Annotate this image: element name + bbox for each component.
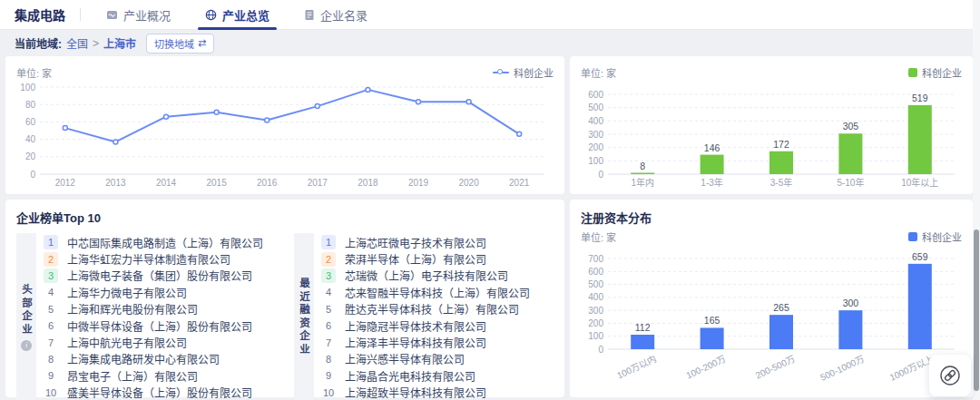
svg-text:8: 8 [640, 161, 645, 171]
tab-company-directory[interactable]: 企业名录 [297, 0, 375, 30]
svg-text:305: 305 [843, 121, 859, 132]
svg-text:2018: 2018 [358, 178, 378, 188]
rank-badge: 3 [44, 268, 58, 283]
location-root-link[interactable]: 全国 [66, 35, 88, 51]
rank-badge: 9 [321, 368, 336, 383]
top-navbar: 集成电路 产业概况 产业总览 企业名录 [0, 0, 980, 30]
rank-badge: 7 [321, 336, 336, 350]
tab-industry-profile[interactable]: 产业概况 [99, 0, 178, 30]
scrollbar-thumb[interactable] [974, 229, 979, 391]
rank-badge: 5 [321, 302, 336, 317]
list-item[interactable]: 4上海华力微电子有限公司 [36, 284, 276, 300]
age-legend[interactable]: 科创企业 [908, 65, 962, 80]
company-name[interactable]: 荣湃半导体（上海）有限公司 [345, 251, 486, 267]
rank-badge: 10 [321, 385, 336, 400]
rank-badge: 6 [44, 318, 58, 333]
svg-text:100-200万: 100-200万 [684, 354, 727, 381]
chart-monitor-icon [106, 9, 118, 21]
yearly-trend-panel: 单位: 家 科创企业 02040608010020122013201420152… [5, 56, 564, 194]
svg-text:1年内: 1年内 [631, 177, 654, 188]
unit-label: 单位: 家 [16, 65, 52, 80]
svg-text:100: 100 [588, 331, 603, 341]
company-name[interactable]: 上海和辉光电股份有限公司 [67, 301, 198, 317]
list-item[interactable]: 10盛美半导体设备（上海）股份有限公司 [36, 385, 276, 400]
list-item[interactable]: 1上海芯旺微电子技术有限公司 [314, 234, 554, 250]
company-name[interactable]: 中芯国际集成电路制造（上海）有限公司 [67, 235, 263, 250]
registered-capital-panel: 注册资本分布 单位: 家 科创企业 0100200300400500600700… [570, 200, 973, 397]
list-item[interactable]: 3上海微电子装备（集团）股份有限公司 [36, 268, 276, 284]
company-name[interactable]: 上海集成电路研发中心有限公司 [67, 351, 220, 366]
svg-text:10年以上: 10年以上 [901, 177, 938, 188]
svg-text:112: 112 [635, 322, 651, 333]
company-name[interactable]: 上海微电子装备（集团）股份有限公司 [67, 268, 252, 283]
list-item[interactable]: 10上海超致半导体科技有限公司 [314, 385, 554, 400]
rank-badge: 8 [44, 352, 58, 366]
capital-legend[interactable]: 科创企业 [908, 229, 962, 244]
list-item[interactable]: 6中微半导体设备（上海）股份有限公司 [36, 317, 276, 334]
list-item[interactable]: 6上海隐冠半导体技术有限公司 [314, 317, 554, 334]
company-name[interactable]: 中微半导体设备（上海）股份有限公司 [67, 318, 252, 334]
list-item[interactable]: 5胜达克半导体科技（上海）有限公司 [314, 301, 554, 317]
company-name[interactable]: 芯瑞微（上海）电子科技有限公司 [345, 268, 508, 283]
switch-region-button[interactable]: 切换地域 ⇄ [146, 34, 214, 54]
directory-icon [304, 9, 315, 21]
list-item[interactable]: 9昂宝电子（上海）有限公司 [36, 367, 276, 384]
company-name[interactable]: 上海芯旺微电子技术有限公司 [345, 235, 486, 250]
list-item[interactable]: 1中芯国际集成电路制造（上海）有限公司 [36, 234, 276, 250]
list-item[interactable]: 4芯来智融半导体科技（上海）有限公司 [314, 284, 554, 300]
company-name[interactable]: 胜达克半导体科技（上海）有限公司 [345, 301, 519, 317]
list-item[interactable]: 3芯瑞微（上海）电子科技有限公司 [314, 268, 554, 284]
side-label: 头部企业 [19, 284, 34, 337]
rank-badge: 2 [44, 252, 58, 267]
list-item[interactable]: 5上海和辉光电股份有限公司 [36, 301, 276, 317]
company-name[interactable]: 上海隐冠半导体技术有限公司 [345, 318, 486, 334]
company-name[interactable]: 上海泽丰半导体科技有限公司 [345, 335, 486, 350]
panel-title: 企业榜单Top 10 [16, 209, 554, 226]
list-item[interactable]: 7上海中航光电子有限公司 [36, 334, 276, 350]
company-name[interactable]: 上海华虹宏力半导体制造有限公司 [67, 251, 230, 267]
top-companies-list: 头部企业 i 1中芯国际集成电路制造（上海）有限公司2上海华虹宏力半导体制造有限… [16, 233, 276, 400]
brand-title: 集成电路 [15, 5, 65, 24]
tab-label: 企业名录 [320, 6, 368, 24]
svg-text:2013: 2013 [105, 178, 126, 188]
company-name[interactable]: 上海中航光电子有限公司 [67, 335, 187, 350]
svg-text:3-5年: 3-5年 [770, 177, 792, 188]
svg-text:500: 500 [588, 279, 603, 289]
rank-badge: 1 [44, 235, 58, 249]
list-item[interactable]: 2荣湃半导体（上海）有限公司 [314, 250, 554, 267]
svg-text:659: 659 [912, 251, 928, 262]
location-label: 当前地域: [15, 35, 62, 51]
company-name[interactable]: 盛美半导体设备（上海）股份有限公司 [67, 385, 252, 400]
nav-divider [80, 8, 81, 21]
tab-label: 产业概况 [123, 6, 171, 24]
line-legend[interactable]: 科创企业 [493, 65, 554, 80]
rank-badge: 8 [321, 352, 336, 366]
svg-text:1-3年: 1-3年 [701, 177, 722, 188]
establishment-age-panel: 单位: 家 科创企业 010020030040050060081年内1461-3… [570, 56, 973, 194]
list-item[interactable]: 8上海兴感半导体有限公司 [314, 351, 554, 367]
svg-text:100: 100 [588, 156, 603, 166]
svg-text:300: 300 [588, 306, 603, 316]
list-item[interactable]: 8上海集成电路研发中心有限公司 [36, 351, 276, 367]
info-icon[interactable]: i [21, 340, 32, 351]
link-icon [939, 365, 961, 386]
legend-label: 科创企业 [922, 65, 962, 80]
line-legend-marker [493, 68, 509, 77]
unit-label: 单位: 家 [581, 65, 616, 80]
company-name[interactable]: 上海兴感半导体有限公司 [345, 351, 465, 366]
tab-label: 产业总览 [222, 6, 270, 24]
svg-text:500-1000万: 500-1000万 [818, 354, 866, 383]
list-item[interactable]: 9上海晶合光电科技有限公司 [314, 367, 554, 384]
svg-text:146: 146 [704, 142, 720, 153]
list-item[interactable]: 7上海泽丰半导体科技有限公司 [314, 334, 554, 350]
svg-text:0: 0 [598, 345, 603, 355]
company-name[interactable]: 芯来智融半导体科技（上海）有限公司 [345, 285, 530, 300]
company-name[interactable]: 上海晶合光电科技有限公司 [345, 368, 475, 384]
company-name[interactable]: 上海华力微电子有限公司 [67, 285, 187, 300]
establishment-age-bar-chart: 010020030040050060081年内1461-3年1723-5年305… [581, 82, 962, 190]
tab-industry-overview[interactable]: 产业总览 [198, 0, 277, 30]
company-name[interactable]: 上海超致半导体科技有限公司 [345, 385, 486, 400]
list-item[interactable]: 2上海华虹宏力半导体制造有限公司 [36, 250, 276, 267]
company-name[interactable]: 昂宝电子（上海）有限公司 [67, 368, 198, 384]
floating-link-button[interactable] [929, 355, 971, 396]
